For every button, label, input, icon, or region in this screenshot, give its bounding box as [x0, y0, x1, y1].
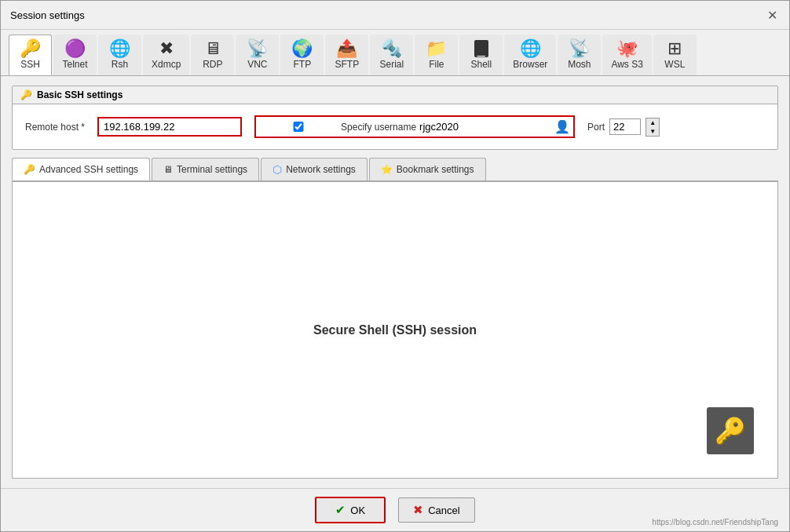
proto-tab-awss3[interactable]: 🐙 Aws S3 [602, 35, 651, 75]
key-icon: 🔑 [715, 416, 746, 446]
proto-tab-rsh[interactable]: 🌐 Rsh [98, 35, 141, 75]
basic-ssh-header-icon: 🔑 [20, 89, 32, 100]
port-spinner: ▲ ▼ [646, 118, 660, 137]
watermark: https://blog.csdn.net/FriendshipTang [652, 518, 778, 527]
tab-content-panel: Secure Shell (SSH) session 🔑 [12, 181, 778, 479]
proto-tab-telnet[interactable]: 🟣 Telnet [53, 35, 97, 75]
username-input[interactable] [419, 121, 551, 133]
remote-host-input[interactable] [104, 121, 236, 133]
ok-icon: ✔ [335, 503, 346, 517]
file-icon: 📁 [426, 40, 447, 57]
proto-tab-file[interactable]: 📁 File [415, 35, 458, 75]
proto-tab-awss3-label: Aws S3 [611, 59, 642, 70]
proto-tab-browser[interactable]: 🌐 Browser [504, 35, 556, 75]
terminal-tab-icon: 🖥 [163, 164, 173, 175]
close-button[interactable]: ✕ [764, 7, 780, 23]
proto-tab-telnet-label: Telnet [62, 59, 87, 70]
specify-username-label: Specify username [341, 122, 416, 133]
proto-tab-sftp[interactable]: 📤 SFTP [325, 35, 368, 75]
cancel-label: Cancel [428, 505, 459, 516]
telnet-icon: 🟣 [64, 40, 86, 57]
port-decrement-button[interactable]: ▼ [646, 127, 659, 136]
serial-icon: 🔩 [381, 40, 402, 57]
session-settings-window: Session settings ✕ 🔑 SSH 🟣 Telnet 🌐 Rsh … [0, 0, 790, 532]
mosh-icon: 📡 [569, 40, 590, 57]
ssh-icon: 🔑 [20, 40, 41, 57]
tab-terminal[interactable]: 🖥 Terminal settings [152, 158, 259, 180]
ok-button[interactable]: ✔ OK [315, 497, 386, 523]
proto-tab-rdp[interactable]: 🖥 RDP [191, 35, 234, 75]
proto-tab-ssh-label: SSH [20, 59, 40, 70]
proto-tab-vnc[interactable]: 📡 VNC [236, 35, 279, 75]
tab-network[interactable]: ⬡ Network settings [261, 158, 368, 180]
port-input[interactable] [609, 118, 641, 135]
proto-tab-mosh-label: Mosh [568, 59, 591, 70]
proto-tab-ssh[interactable]: 🔑 SSH [9, 35, 52, 75]
specify-username-checkbox[interactable] [259, 122, 338, 132]
protocol-tabs-bar: 🔑 SSH 🟣 Telnet 🌐 Rsh ✖ Xdmcp 🖥 RDP 📡 VNC… [1, 30, 789, 76]
shell-icon: _ [474, 40, 488, 57]
port-group: Port ▲ ▼ [587, 118, 660, 137]
proto-tab-ftp-label: FTP [294, 59, 312, 70]
cancel-button[interactable]: ✖ Cancel [398, 497, 474, 523]
proto-tab-wsl-label: WSL [664, 59, 685, 70]
ok-label: OK [350, 505, 365, 516]
user-browse-icon[interactable]: 👤 [554, 119, 570, 134]
proto-tab-mosh[interactable]: 📡 Mosh [558, 35, 601, 75]
basic-ssh-settings-header: 🔑 Basic SSH settings [13, 86, 777, 104]
proto-tab-vnc-label: VNC [247, 59, 267, 70]
terminal-tab-label: Terminal settings [177, 164, 247, 175]
specify-username-checkbox-label[interactable]: Specify username [259, 122, 416, 133]
footer: ✔ OK ✖ Cancel https://blog.csdn.net/Frie… [1, 488, 789, 531]
remote-host-input-group [97, 117, 242, 137]
proto-tab-file-label: File [429, 59, 444, 70]
remote-host-label: Remote host * [25, 122, 85, 133]
key-icon-box: 🔑 [707, 407, 754, 454]
basic-ssh-settings-group: 🔑 Basic SSH settings Remote host * Speci… [12, 86, 778, 150]
proto-tab-browser-label: Browser [513, 59, 547, 70]
proto-tab-ftp[interactable]: 🌍 FTP [280, 35, 324, 75]
proto-tab-serial-label: Serial [380, 59, 404, 70]
ftp-icon: 🌍 [291, 40, 313, 57]
proto-tab-shell-label: Shell [471, 59, 492, 70]
proto-tab-sftp-label: SFTP [335, 59, 360, 70]
tab-advanced-ssh[interactable]: 🔑 Advanced SSH settings [12, 158, 150, 180]
title-bar: Session settings ✕ [1, 1, 789, 30]
advanced-ssh-tab-label: Advanced SSH settings [39, 164, 138, 175]
ssh-session-text: Secure Shell (SSH) session [313, 323, 477, 337]
browser-icon: 🌐 [520, 40, 541, 57]
port-label: Port [587, 122, 605, 133]
proto-tab-xdmcp[interactable]: ✖ Xdmcp [143, 35, 189, 75]
rsh-icon: 🌐 [109, 40, 130, 57]
port-increment-button[interactable]: ▲ [646, 118, 659, 127]
proto-tab-shell[interactable]: _ Shell [459, 35, 503, 75]
bookmark-tab-icon: ⭐ [381, 164, 393, 175]
window-title: Session settings [10, 9, 85, 21]
main-content: 🔑 Basic SSH settings Remote host * Speci… [1, 76, 789, 488]
proto-tab-xdmcp-label: Xdmcp [152, 59, 181, 70]
network-tab-icon: ⬡ [272, 163, 282, 176]
settings-tabs-row: 🔑 Advanced SSH settings 🖥 Terminal setti… [12, 158, 778, 181]
vnc-icon: 📡 [247, 40, 268, 57]
xdmcp-icon: ✖ [159, 40, 174, 57]
bookmark-tab-label: Bookmark settings [397, 164, 474, 175]
rdp-icon: 🖥 [204, 40, 221, 57]
cancel-icon: ✖ [413, 503, 423, 517]
proto-tab-serial[interactable]: 🔩 Serial [370, 35, 413, 75]
username-group: Specify username 👤 [254, 115, 575, 138]
network-tab-label: Network settings [286, 164, 356, 175]
sftp-icon: 📤 [336, 40, 357, 57]
proto-tab-wsl[interactable]: ⊞ WSL [653, 35, 697, 75]
tab-bookmark[interactable]: ⭐ Bookmark settings [369, 158, 486, 180]
basic-ssh-header-label: Basic SSH settings [37, 89, 123, 100]
proto-tab-rdp-label: RDP [203, 59, 222, 70]
proto-tab-rsh-label: Rsh [112, 59, 128, 70]
advanced-ssh-tab-icon: 🔑 [24, 164, 35, 175]
wsl-icon: ⊞ [667, 40, 682, 57]
basic-ssh-settings-body: Remote host * Specify username 👤 Port [13, 104, 777, 149]
awss3-icon: 🐙 [616, 40, 638, 57]
